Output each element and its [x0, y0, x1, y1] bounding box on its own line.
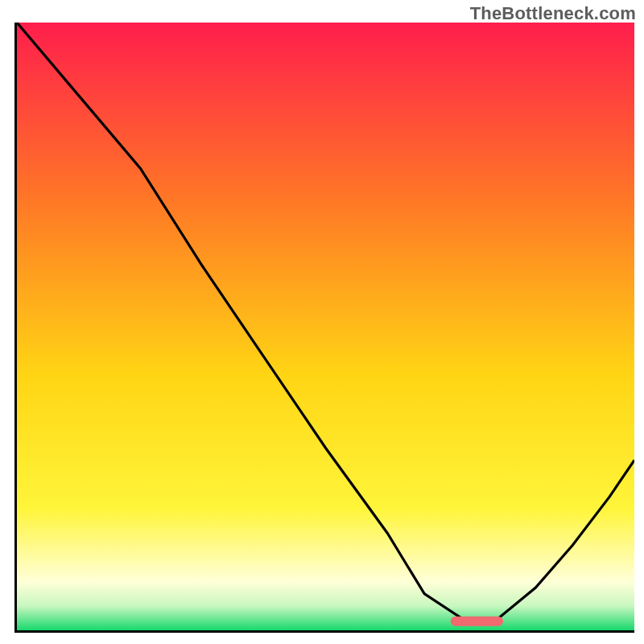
gradient-background: [17, 23, 634, 630]
plot-area: [14, 23, 634, 633]
watermark-text: TheBottleneck.com: [470, 3, 636, 24]
optimum-marker: [451, 617, 503, 626]
chart-svg: [17, 23, 634, 630]
chart-container: TheBottleneck.com: [0, 0, 644, 644]
